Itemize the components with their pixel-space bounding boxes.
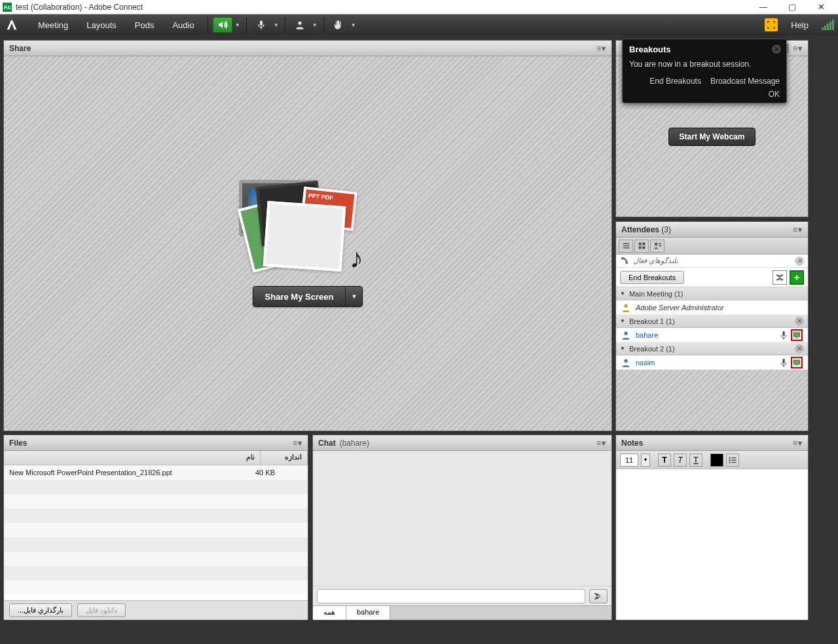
file-row[interactable] (4, 509, 308, 523)
font-size-dropdown[interactable]: ▼ (641, 454, 650, 467)
notes-format-toolbar: 11 ▼ T T T (616, 451, 808, 469)
signal-strength-icon (822, 20, 834, 30)
breakouts-popup: ✕ Breakouts You are now in a breakout se… (622, 39, 787, 103)
chat-tab[interactable]: همه (313, 606, 346, 620)
screen-share-icon[interactable] (791, 329, 803, 341)
chat-tabs: همهbahare (313, 605, 611, 620)
files-table-header: نام اندازه (4, 451, 308, 465)
file-row[interactable] (4, 552, 308, 566)
share-my-screen-label: Share My Screen (253, 288, 346, 306)
attendees-pod-menu[interactable]: ≡▾ (793, 225, 803, 234)
window-close-button[interactable]: ✕ (807, 0, 835, 14)
group-close-icon[interactable]: ✕ (795, 317, 804, 326)
end-breakouts-button[interactable]: End Breakouts (620, 271, 684, 284)
window-title: test (Collaboration) - Adobe Connect (16, 3, 143, 12)
broadcast-message-link[interactable]: Broadcast Message (710, 77, 780, 86)
video-pod-menu[interactable]: ≡▾ (793, 44, 803, 53)
attendees-group-header[interactable]: ▼Breakout 1 (1)✕ (616, 315, 808, 328)
svg-rect-9 (796, 337, 798, 338)
share-illustration: PPT PDF ♪ (239, 180, 376, 278)
share-pod-menu[interactable]: ≡▾ (596, 44, 606, 53)
mic-icon (779, 331, 788, 340)
speaker-button[interactable] (213, 17, 232, 33)
menu-layouts[interactable]: Layouts (77, 14, 126, 35)
breakouts-popup-ok[interactable]: OK (629, 90, 780, 99)
bold-button[interactable]: T (658, 454, 671, 467)
attendee-name: bahare (636, 331, 658, 339)
svg-point-0 (298, 22, 301, 25)
files-col-name[interactable]: نام (4, 451, 261, 465)
font-size-field[interactable]: 11 (620, 454, 638, 467)
svg-point-6 (624, 304, 627, 307)
chat-pod-menu[interactable]: ≡▾ (596, 438, 606, 448)
start-my-webcam-button[interactable]: Start My Webcam (668, 128, 756, 146)
active-speakers-close[interactable]: ✕ (795, 257, 804, 266)
window-minimize-button[interactable]: — (749, 0, 778, 14)
upload-file-button[interactable]: بارگذاري فايل... (9, 603, 72, 617)
chat-input[interactable] (317, 589, 585, 603)
files-footer: بارگذاري فايل... دانلود فايل (4, 600, 308, 620)
bullet-list-button[interactable] (726, 454, 739, 467)
file-row[interactable] (4, 566, 308, 581)
download-file-button[interactable]: دانلود فايل (77, 603, 126, 617)
menubar: Meeting Layouts Pods Audio ▼ ▼ ▼ ▼ Help (0, 14, 838, 35)
fullscreen-button[interactable] (765, 18, 778, 31)
breakout-controls: End Breakouts + (616, 268, 808, 287)
chat-send-button[interactable] (589, 589, 608, 603)
window-titlebar: Ac test (Collaboration) - Adobe Connect … (0, 0, 838, 14)
svg-rect-11 (794, 360, 800, 364)
share-pod-title: Share (9, 44, 31, 53)
file-row[interactable] (4, 480, 308, 494)
attendees-status-view[interactable] (650, 240, 665, 253)
notes-pod-menu[interactable]: ≡▾ (793, 438, 803, 448)
help-menu[interactable]: Help (784, 20, 815, 30)
raise-hand-dropdown[interactable]: ▼ (349, 22, 358, 28)
menu-pods[interactable]: Pods (126, 14, 164, 35)
attendees-group-header[interactable]: ▼Main Meeting (1) (616, 287, 808, 300)
end-breakouts-link[interactable]: End Breakouts (649, 77, 701, 86)
attendee-row[interactable]: bahare (616, 328, 808, 342)
chat-pod-subtitle: (bahare) (340, 438, 369, 448)
file-row[interactable] (4, 537, 308, 552)
menu-meeting[interactable]: Meeting (29, 14, 77, 35)
share-my-screen-dropdown[interactable]: ▼ (345, 287, 362, 306)
italic-button[interactable]: T (674, 454, 687, 467)
file-row[interactable] (4, 494, 308, 509)
add-breakout-button[interactable]: + (790, 270, 804, 285)
attendees-grid-view[interactable] (634, 240, 649, 253)
user-icon (621, 331, 630, 340)
attendees-pod: Attendees (3) ≡▾ بلندگوهاي فعال ✕ End Br… (615, 221, 809, 431)
attendee-row[interactable]: nasim (616, 355, 808, 370)
attendees-list-view[interactable] (619, 240, 633, 253)
attendees-group-header[interactable]: ▼Breakout 2 (1)✕ (616, 342, 808, 355)
file-row[interactable] (4, 523, 308, 537)
text-color-button[interactable] (710, 454, 723, 467)
raise-hand-button[interactable] (329, 17, 348, 33)
file-row[interactable]: New Microsoft PowerPoint Presentation_21… (4, 465, 308, 480)
window-maximize-button[interactable]: ▢ (778, 0, 807, 14)
speaker-dropdown[interactable]: ▼ (233, 22, 242, 28)
attendee-row[interactable]: Adobe Server Administrator (616, 300, 808, 315)
menu-audio[interactable]: Audio (163, 14, 203, 35)
microphone-dropdown[interactable]: ▼ (272, 22, 281, 28)
notes-body[interactable] (616, 469, 808, 620)
chat-tab[interactable]: bahare (346, 606, 390, 620)
breakouts-popup-close[interactable]: ✕ (772, 45, 781, 54)
attendees-list: ▼Main Meeting (1)Adobe Server Administra… (616, 287, 808, 370)
group-close-icon[interactable]: ✕ (795, 344, 804, 353)
shuffle-breakouts-button[interactable] (773, 270, 787, 285)
svg-rect-3 (638, 246, 641, 249)
screen-share-icon[interactable] (791, 357, 803, 368)
underline-button[interactable]: T (689, 454, 702, 467)
files-col-size[interactable]: اندازه (261, 451, 308, 465)
share-my-screen-button[interactable]: Share My Screen ▼ (253, 286, 363, 307)
webcam-dropdown[interactable]: ▼ (310, 22, 319, 28)
files-pod-header: Files ≡▾ (4, 435, 308, 451)
webcam-button[interactable] (290, 17, 310, 33)
file-row[interactable] (4, 581, 308, 595)
notes-pod: Notes ≡▾ 11 ▼ T T T (615, 435, 809, 620)
files-pod-menu[interactable]: ≡▾ (293, 438, 302, 448)
svg-point-5 (654, 243, 657, 246)
svg-point-15 (729, 461, 731, 463)
microphone-button[interactable] (251, 17, 271, 33)
